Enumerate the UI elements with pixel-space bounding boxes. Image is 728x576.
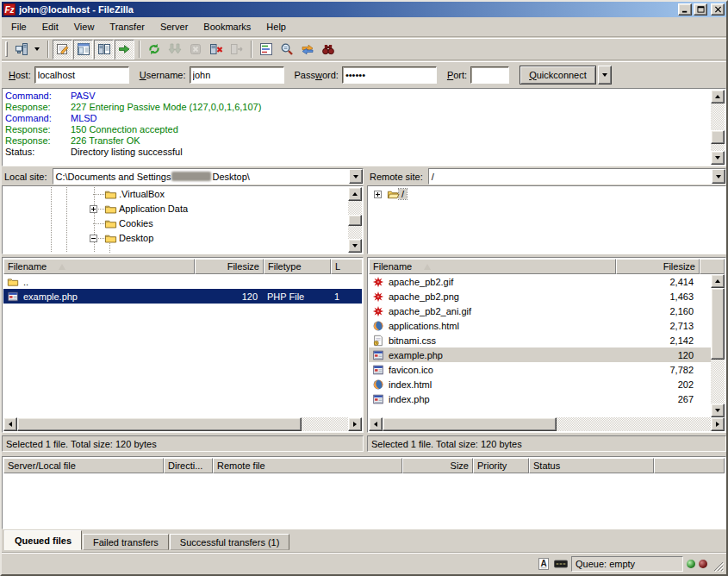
queue-column-priority[interactable]: Priority [473,458,529,473]
column-header-l[interactable]: L [331,259,362,274]
synchronized-browsing-button[interactable] [297,40,317,59]
filter-button[interactable] [256,40,276,59]
scroll-track[interactable] [711,103,725,151]
queue-column-remote-file[interactable]: Remote file [213,458,402,473]
file-row-apache-pb2-png[interactable]: apache_pb2.png1,463 [369,289,711,304]
scroll-down-button[interactable] [711,151,725,165]
scroll-left-button[interactable] [369,417,383,431]
file-row-index-php[interactable]: index.php267 [369,391,711,406]
tree-view[interactable]: .VirtualBoxApplication DataCookiesDeskto… [3,187,362,253]
file-row-apache-pb2-gif[interactable]: apache_pb2.gif2,414 [369,274,711,289]
close-button[interactable] [711,3,725,16]
file-row-[interactable]: .. [3,274,362,289]
tree-item-application-data[interactable]: Application Data [3,202,362,216]
scroll-right-button[interactable] [348,417,362,431]
menu-view[interactable]: View [66,18,103,35]
menu-bookmarks[interactable]: Bookmarks [196,18,258,35]
username-input[interactable] [190,66,284,84]
scroll-down-button[interactable] [711,404,725,417]
log-vscroll[interactable] [711,90,725,165]
scroll-right-button[interactable] [711,417,725,431]
scroll-up-button[interactable] [348,187,362,201]
local-path-combo[interactable]: C:\Documents and SettingsDesktop\ [53,168,364,185]
tree-item-desktop[interactable]: Desktop [3,231,362,246]
menu-edit[interactable]: Edit [34,18,66,35]
menu-help[interactable]: Help [258,18,294,35]
tree-item-virtualbox[interactable]: .VirtualBox [3,187,362,202]
menu-server[interactable]: Server [152,18,196,35]
sort-ascending-icon [424,264,431,270]
directory-comparison-button[interactable] [277,40,296,59]
file-row-favicon-ico[interactable]: favicon.ico7,782 [369,362,711,377]
quickconnect-button[interactable]: Quickconnect [520,66,596,85]
image-icon [372,290,387,304]
toolbar-grip[interactable] [5,41,8,57]
file-list-hscroll[interactable] [3,417,362,431]
queue-column-status[interactable]: Status [529,458,654,473]
scroll-track[interactable] [383,417,711,431]
scroll-thumb[interactable] [711,288,725,360]
tab-successful-transfers-1[interactable]: Successful transfers (1) [170,534,290,550]
scroll-left-button[interactable] [3,417,17,431]
file-row-example-php[interactable]: example.php120PHP File1 [3,289,362,304]
remote-path-dropdown-button[interactable] [712,169,725,184]
password-input[interactable] [342,66,437,84]
file-list-hscroll[interactable] [369,417,725,431]
column-header-filename[interactable]: Filename [369,259,616,274]
quickconnect-dropdown-button[interactable] [598,66,612,85]
scroll-thumb[interactable] [383,417,557,431]
file-row-bitnami-css[interactable]: bitnami.css2,142 [369,333,711,347]
refresh-button[interactable] [144,40,164,59]
local-tree-vscroll[interactable] [348,187,362,253]
site-manager-dropdown-button[interactable] [32,40,42,59]
tree-item-cookies[interactable]: Cookies [3,216,362,231]
column-header-filetype[interactable]: Filetype [264,259,331,274]
column-header-filesize[interactable]: Filesize [195,259,264,274]
tree-item-[interactable]: / [369,187,725,202]
scroll-thumb[interactable] [348,215,362,226]
file-row-apache-pb2-ani-gif[interactable]: apache_pb2_ani.gif2,160 [369,304,711,318]
port-input[interactable] [470,66,509,84]
queue-column-size[interactable]: Size [402,458,473,473]
disconnect-button[interactable] [206,40,226,59]
scroll-up-button[interactable] [711,274,725,288]
file-row-example-php[interactable]: example.php120 [369,347,711,362]
column-header-filename[interactable]: Filename [3,259,195,274]
local-path-dropdown-button[interactable] [349,169,363,184]
remote-path-combo[interactable]: / [428,168,726,185]
queue-column-directi[interactable]: Directi... [164,458,213,473]
scroll-track[interactable] [348,201,362,239]
tab-failed-transfers[interactable]: Failed transfers [83,534,169,550]
file-row-index-html[interactable]: index.html202 [369,377,711,391]
file-list-vscroll[interactable] [711,274,725,417]
toggle-queue-button[interactable] [115,40,134,59]
minimize-button[interactable] [678,3,692,16]
collapse-icon[interactable] [90,235,97,242]
scroll-up-button[interactable] [711,90,725,103]
file-row-applications-html[interactable]: applications.html2,713 [369,318,711,333]
tab-queued-files[interactable]: Queued files [4,530,82,550]
toggle-local-tree-button[interactable] [73,40,93,59]
title-bar: Fz john@localhost - FileZilla [2,2,726,17]
find-files-button[interactable] [318,40,338,59]
toggle-message-log-button[interactable] [53,40,72,59]
expand-icon[interactable] [374,191,382,198]
menu-file[interactable]: File [3,18,34,35]
scroll-track[interactable] [17,417,348,431]
toolbar-separator [47,41,49,58]
expand-icon[interactable] [90,205,97,213]
menu-transfer[interactable]: Transfer [102,18,152,35]
column-header-filesize[interactable]: Filesize [616,259,700,274]
queue-column-server-local-file[interactable]: Server/Local file [3,458,164,473]
scroll-thumb[interactable] [711,130,725,144]
maximize-button[interactable] [694,3,707,16]
toggle-remote-tree-button[interactable] [94,40,114,59]
resize-grip[interactable] [712,560,725,573]
host-input[interactable] [34,66,129,84]
scroll-track[interactable] [711,288,725,404]
tree-view[interactable]: / [369,187,725,253]
site-manager-button[interactable] [11,40,31,59]
scroll-down-button[interactable] [348,239,362,253]
scroll-thumb[interactable] [17,417,302,431]
queue-body[interactable] [3,473,725,528]
